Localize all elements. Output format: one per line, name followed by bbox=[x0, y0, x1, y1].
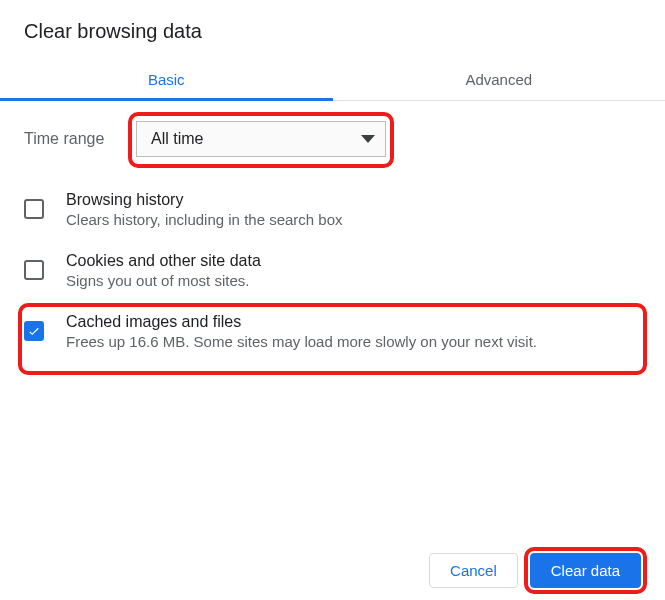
option-cached-files[interactable]: Cached images and files Frees up 16.6 MB… bbox=[24, 301, 641, 362]
option-text: Cookies and other site data Signs you ou… bbox=[66, 252, 641, 289]
time-range-value: All time bbox=[151, 130, 203, 148]
time-range-label: Time range bbox=[24, 130, 112, 148]
dialog-title: Clear browsing data bbox=[24, 20, 641, 43]
option-browsing-history[interactable]: Browsing history Clears history, includi… bbox=[24, 179, 641, 240]
checkbox-cached-files[interactable] bbox=[24, 321, 44, 341]
tab-bar: Basic Advanced bbox=[0, 59, 665, 101]
tab-advanced[interactable]: Advanced bbox=[333, 59, 666, 100]
option-text: Cached images and files Frees up 16.6 MB… bbox=[66, 313, 641, 350]
option-title: Browsing history bbox=[66, 191, 641, 209]
chevron-down-icon bbox=[361, 135, 375, 143]
checkbox-cookies[interactable] bbox=[24, 260, 44, 280]
option-desc: Frees up 16.6 MB. Some sites may load mo… bbox=[66, 333, 641, 350]
clear-button-container: Clear data bbox=[530, 553, 641, 588]
time-range-row: Time range All time bbox=[24, 121, 641, 157]
option-title: Cookies and other site data bbox=[66, 252, 641, 270]
clear-data-button[interactable]: Clear data bbox=[530, 553, 641, 588]
tab-basic[interactable]: Basic bbox=[0, 59, 333, 100]
time-range-select[interactable]: All time bbox=[136, 121, 386, 157]
option-desc: Clears history, including in the search … bbox=[66, 211, 641, 228]
option-title: Cached images and files bbox=[66, 313, 641, 331]
option-cookies[interactable]: Cookies and other site data Signs you ou… bbox=[24, 240, 641, 301]
clear-browsing-data-dialog: Clear browsing data Basic Advanced Time … bbox=[0, 0, 665, 362]
checkbox-browsing-history[interactable] bbox=[24, 199, 44, 219]
cancel-button[interactable]: Cancel bbox=[429, 553, 518, 588]
dialog-content: Time range All time Browsing history Cle… bbox=[24, 101, 641, 362]
dialog-footer: Cancel Clear data bbox=[429, 553, 641, 588]
time-range-select-container: All time bbox=[136, 121, 386, 157]
option-text: Browsing history Clears history, includi… bbox=[66, 191, 641, 228]
checkmark-icon bbox=[27, 324, 41, 338]
option-desc: Signs you out of most sites. bbox=[66, 272, 641, 289]
